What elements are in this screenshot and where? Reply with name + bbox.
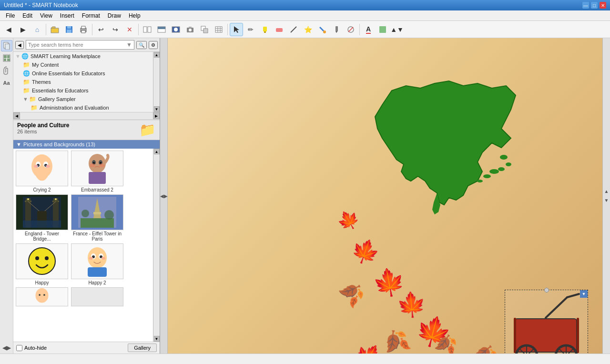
- spotlight-button[interactable]: [169, 23, 183, 36]
- tree-hscroll: ◀ ▶: [13, 112, 160, 120]
- attachments-icon[interactable]: [1, 65, 12, 76]
- svg-point-96: [498, 167, 505, 171]
- page-nav-down[interactable]: ▼: [604, 198, 609, 203]
- search-input[interactable]: [28, 42, 126, 48]
- tree-item-themes[interactable]: 📁 Themes: [13, 78, 153, 86]
- gallery-item-eiffel[interactable]: France - Eiffel Tower in Paris: [71, 194, 124, 242]
- svg-rect-3: [67, 26, 71, 29]
- gallery-item-tower-bridge[interactable]: England - Tower Bridge...: [15, 194, 69, 242]
- page-sorter-icon[interactable]: [1, 40, 12, 51]
- eraser-tool-button[interactable]: [273, 23, 286, 36]
- window-controls[interactable]: — □ ✕: [582, 2, 606, 9]
- gallery-thumb-crying2: [16, 151, 68, 186]
- gallery-item-crying2[interactable]: Crying 2: [15, 151, 69, 192]
- page-nav-up[interactable]: ▲: [604, 189, 609, 194]
- grid-scroll-up[interactable]: ▲: [154, 149, 160, 154]
- pen2-tool-button[interactable]: [330, 23, 343, 36]
- tree-item-smart-marketplace[interactable]: ▼ 🌐 SMART Learning Marketplace: [13, 52, 153, 61]
- dropdown-arrow-icon[interactable]: ▼: [126, 41, 132, 48]
- svg-point-99: [477, 180, 483, 182]
- erase2-tool-button[interactable]: [344, 23, 357, 36]
- text-color-button[interactable]: A: [362, 23, 375, 36]
- svg-point-94: [500, 155, 508, 160]
- tree-scroll-up[interactable]: ▲: [154, 52, 160, 58]
- auto-hide-checkbox[interactable]: [16, 345, 22, 351]
- menu-help[interactable]: Help: [125, 11, 144, 20]
- gallery-item-placeholder[interactable]: [71, 287, 124, 307]
- gallery-thumb-happy2: [71, 243, 123, 279]
- collapse-panel-icon[interactable]: ◀▶: [1, 342, 12, 354]
- slide-collapse-icon[interactable]: ◀▶: [160, 193, 168, 199]
- asia-map[interactable]: [363, 76, 520, 229]
- svg-point-93: [43, 294, 45, 296]
- minimize-button[interactable]: —: [582, 2, 589, 9]
- screen-shade-button[interactable]: [155, 23, 168, 36]
- bg-color-button[interactable]: [376, 23, 389, 36]
- save-button[interactable]: [62, 23, 76, 36]
- gallery-panel: ◀ ▼ 🔍 ⚙ ▲ ▼ ▼ 🌐 SMART Learning Marketpla…: [13, 38, 160, 354]
- more-tools-button[interactable]: ▲▼: [390, 23, 404, 36]
- forward-button[interactable]: ▶: [16, 23, 30, 36]
- tree-item-essentials[interactable]: 📁 Essentials for Educators: [13, 86, 153, 95]
- delete-button[interactable]: ✕: [123, 23, 136, 36]
- tree-scroll-down[interactable]: ▼: [154, 106, 160, 112]
- search-options-button[interactable]: ⚙: [149, 41, 158, 49]
- gallery-back-button[interactable]: ◀: [15, 41, 24, 49]
- svg-point-89: [89, 257, 93, 260]
- wagon-selection-box[interactable]: ▼: [505, 290, 588, 354]
- highlighter-tool-button[interactable]: [258, 23, 272, 36]
- svg-rect-7: [81, 30, 85, 33]
- hscroll-left[interactable]: ◀: [13, 112, 20, 119]
- canvas-area[interactable]: 🍁 🍁 🍁 🍂 🍁 🍁 🍂 🍁 🍁 🍂 🍁 🍂 🍁 🍂 🍁 🍂 🍁: [168, 38, 602, 354]
- resize-button[interactable]: [198, 23, 211, 36]
- home-button[interactable]: ⌂: [30, 23, 44, 36]
- tree-area[interactable]: ▲ ▼ ▼ 🌐 SMART Learning Marketplace 📁 My …: [13, 52, 160, 112]
- tree-item-gallery-sampler[interactable]: ▼ 📁 Gallery Sampler: [13, 95, 153, 103]
- undo-button[interactable]: ↩: [94, 23, 108, 36]
- svg-point-81: [35, 256, 39, 260]
- gallery-item-happy2[interactable]: Happy 2: [71, 243, 124, 285]
- tree-item-online-essentials[interactable]: 🌐 Online Essentials for Educators: [13, 69, 153, 78]
- search-button[interactable]: 🔍: [136, 41, 147, 49]
- gallery-item-embarrassed2[interactable]: Embarrassed 2: [71, 151, 124, 192]
- grid-scroll-down[interactable]: ▼: [154, 336, 160, 342]
- redo-button[interactable]: ↪: [109, 23, 122, 36]
- gallery-icon[interactable]: [1, 52, 12, 64]
- gallery-label-tower-bridge: England - Tower Bridge...: [16, 231, 68, 242]
- svg-point-95: [506, 162, 511, 166]
- wagon-top-handle[interactable]: [544, 288, 549, 293]
- pen-tool-button[interactable]: ✏: [244, 23, 257, 36]
- camera-button[interactable]: [183, 23, 197, 36]
- close-button[interactable]: ✕: [600, 2, 606, 9]
- menu-insert[interactable]: Insert: [56, 11, 78, 20]
- svg-marker-1: [51, 27, 55, 28]
- subcategory-bar[interactable]: ▼ Pictures and Backgrounds (13): [13, 140, 160, 149]
- menu-file[interactable]: File: [2, 11, 19, 20]
- menu-draw[interactable]: Draw: [104, 11, 125, 20]
- tree-item-my-content[interactable]: 📁 My Content: [13, 61, 153, 69]
- hscroll-right[interactable]: ▶: [153, 112, 160, 119]
- dual-page-button[interactable]: [141, 23, 154, 36]
- tree-item-admin[interactable]: 📁 Administration and Evaluation: [13, 103, 153, 112]
- maximize-button[interactable]: □: [591, 2, 598, 9]
- gallery-item-crying-more[interactable]: [15, 287, 69, 307]
- shape-tool-button[interactable]: ⭐: [301, 23, 315, 36]
- gallery-row-0: Crying 2: [15, 151, 150, 192]
- menu-format[interactable]: Format: [78, 11, 104, 20]
- search-input-wrap: ▼: [26, 40, 134, 50]
- gallery-item-happy[interactable]: Happy: [15, 243, 69, 285]
- wagon-dropdown-button[interactable]: ▼: [580, 290, 588, 298]
- gallery-thumb-embarrassed2: [71, 151, 123, 186]
- select-tool-button[interactable]: [230, 23, 243, 36]
- properties-icon[interactable]: Aa: [1, 77, 12, 89]
- category-count: 26 items: [17, 129, 69, 134]
- table-button[interactable]: [212, 23, 225, 36]
- back-button[interactable]: ◀: [2, 23, 15, 36]
- print-button[interactable]: [77, 23, 90, 36]
- gallery-button[interactable]: Gallery: [128, 344, 157, 352]
- menu-edit[interactable]: Edit: [19, 11, 36, 20]
- open-button[interactable]: [48, 23, 61, 36]
- menu-view[interactable]: View: [36, 11, 56, 20]
- fill-tool-button[interactable]: [315, 23, 329, 36]
- line-tool-button[interactable]: [287, 23, 300, 36]
